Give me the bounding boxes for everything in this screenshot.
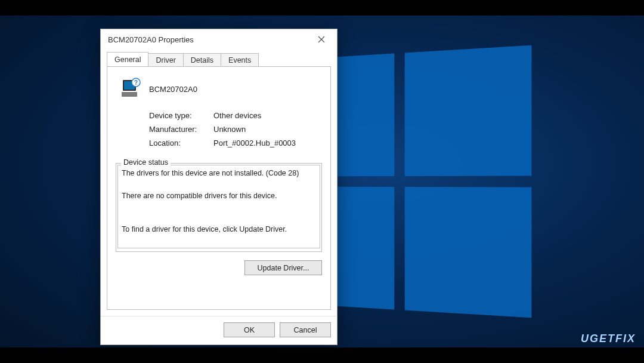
tab-panel-general: ? BCM20702A0 Device type: Other devices …: [107, 66, 331, 310]
tab-details[interactable]: Details: [184, 53, 221, 67]
ok-button[interactable]: OK: [224, 322, 275, 337]
dialog-client-area: General Driver Details Events ?: [101, 50, 337, 316]
watermark-text: UGETFIX: [581, 333, 636, 345]
property-value: Unknown: [213, 125, 246, 134]
property-label: Manufacturer:: [149, 125, 213, 134]
close-icon: [318, 36, 325, 43]
tab-driver[interactable]: Driver: [148, 53, 183, 67]
tab-row: General Driver Details Events: [107, 51, 331, 66]
dialog-footer: OK Cancel: [101, 316, 337, 344]
cancel-button[interactable]: Cancel: [280, 322, 331, 337]
property-label: Location:: [149, 139, 213, 147]
unknown-device-icon: ?: [118, 78, 141, 100]
update-driver-button[interactable]: Update Driver...: [244, 260, 322, 275]
svg-rect-2: [122, 92, 137, 97]
tab-events[interactable]: Events: [221, 53, 259, 67]
titlebar[interactable]: BCM20702A0 Properties: [101, 29, 337, 50]
letterbox-top: [0, 0, 644, 16]
property-label: Device type:: [149, 111, 213, 120]
letterbox-bottom: [0, 347, 644, 363]
close-button[interactable]: [309, 31, 333, 48]
device-status-text[interactable]: [117, 165, 320, 248]
property-row-location: Location: Port_#0002.Hub_#0003: [149, 139, 322, 147]
device-properties-dialog: BCM20702A0 Properties General Driver Det…: [100, 29, 338, 345]
svg-text:?: ?: [134, 79, 138, 86]
property-row-device-type: Device type: Other devices: [149, 111, 322, 120]
device-header: ? BCM20702A0: [118, 78, 322, 100]
update-driver-row: Update Driver...: [116, 260, 322, 275]
window-title: BCM20702A0 Properties: [108, 35, 309, 44]
property-row-manufacturer: Manufacturer: Unknown: [149, 125, 322, 134]
device-properties-list: Device type: Other devices Manufacturer:…: [149, 111, 322, 147]
desktop-background: UGETFIX BCM20702A0 Properties General Dr…: [0, 0, 644, 363]
tab-general[interactable]: General: [107, 52, 148, 66]
device-name: BCM20702A0: [149, 85, 197, 94]
property-value: Other devices: [213, 111, 261, 120]
device-status-group: Device status: [116, 163, 322, 252]
property-value: Port_#0002.Hub_#0003: [213, 139, 296, 147]
device-status-group-label: Device status: [121, 158, 171, 167]
